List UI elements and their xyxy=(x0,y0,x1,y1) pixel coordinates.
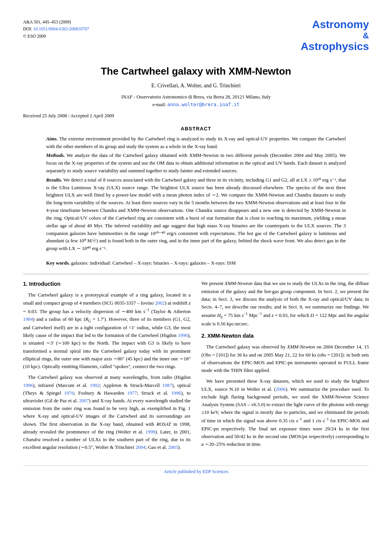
ref-taylor[interactable]: 1984 xyxy=(23,317,33,322)
logo-ampersand: & xyxy=(363,31,369,40)
ref-gildepaz[interactable]: 2007 xyxy=(79,398,89,403)
logo-astronomy: Astronomy xyxy=(301,18,369,31)
ref-higdon1996b[interactable]: 1996 xyxy=(23,383,33,388)
divider xyxy=(23,274,369,274)
ref-appleton[interactable]: 1987 xyxy=(162,383,172,388)
title-section: The Cartwheel galaxy with XMM-Newton E. … xyxy=(23,65,369,108)
section1-para1: The Cartwheel galaxy is a prototypical e… xyxy=(23,291,191,370)
two-col-layout: 1. Introduction The Cartwheel galaxy is … xyxy=(23,280,369,454)
section2-intro: We present XMM-Newton data that we use t… xyxy=(201,280,369,328)
received-date: Received 25 July 2008 / Accepted 2 April… xyxy=(23,113,369,119)
methods-text: We analyze the data of the Cartwheel gal… xyxy=(46,153,346,173)
affiliation: INAF - Osservatorio Astronomico di Brera… xyxy=(23,94,369,100)
section2-para2: We have presented these X-ray datasets, … xyxy=(201,377,369,448)
results-label: Results. xyxy=(46,177,62,183)
doi-label: DOI: xyxy=(23,27,32,31)
ref-wolter1999[interactable]: 1999 xyxy=(145,429,155,435)
email-line: e-mail: anna.wolter@brera.inaf.it xyxy=(23,102,369,108)
ref-wolter2006[interactable]: 2006 xyxy=(276,387,286,392)
journal-ref: A&A 501, 445–453 (2009) xyxy=(23,18,89,25)
header-left: A&A 501, 445–453 (2009) DOI: 10.1051/000… xyxy=(23,18,89,40)
ref-gao[interactable]: 2003 xyxy=(168,445,178,450)
left-column: 1. Introduction The Cartwheel galaxy is … xyxy=(23,280,191,454)
header: A&A 501, 445–453 (2009) DOI: 10.1051/000… xyxy=(23,18,369,53)
section1-title: 1. Introduction xyxy=(23,280,191,288)
footer: Article published by EDP Sciences xyxy=(23,465,369,475)
ref-marcum[interactable]: 1992 xyxy=(90,383,100,388)
keywords-text: galaxies: individual: Cartwheel – X-rays… xyxy=(71,260,236,266)
authors: E. Crivellari, A. Wolter, and G. Trinchi… xyxy=(23,83,369,89)
doi-link[interactable]: 10.1051/0004-6361/200810707 xyxy=(33,27,89,31)
abstract-title: ABSTRACT xyxy=(46,126,346,132)
journal-logo: Astronomy & Astrophysics xyxy=(301,18,369,53)
logo-astrophysics: Astrophysics xyxy=(301,40,369,53)
section2-para1: The Cartwheel galaxy was observed by XMM… xyxy=(201,343,369,374)
aims-text: The extreme environment provided by the … xyxy=(46,136,346,149)
ref-iovino[interactable]: 2002 xyxy=(155,300,165,306)
abstract-aims: Aims. The extreme environment provided b… xyxy=(46,135,346,151)
aims-label: Aims. xyxy=(46,136,58,142)
page: A&A 501, 445–453 (2009) DOI: 10.1051/000… xyxy=(0,0,392,555)
ref-theys[interactable]: 1976 xyxy=(64,390,74,396)
abstract-methods: Methods. We analyze the data of the Cart… xyxy=(46,152,346,175)
email[interactable]: anna.wolter@brera.inaf.it xyxy=(167,102,239,107)
abstract-section: ABSTRACT Aims. The extreme environment p… xyxy=(46,126,346,253)
section2-title: 2. XMM-Newton data xyxy=(201,332,369,340)
copyright: © ESO 2009 xyxy=(23,33,89,40)
ref-wolter2004[interactable]: 2004 xyxy=(136,445,146,450)
abstract-results: Results. We detect a total of 8 sources … xyxy=(46,177,346,253)
keywords-label: Key words. xyxy=(46,260,70,266)
main-title: The Cartwheel galaxy with XMM-Newton xyxy=(23,65,369,77)
doi-line: DOI: 10.1051/0004-6361/200810707 xyxy=(23,25,89,32)
footer-text: Article published by EDP Sciences xyxy=(164,469,228,474)
section1-para2: The Cartwheel galaxy was observed at man… xyxy=(23,373,191,451)
keywords: Key words. galaxies: individual: Cartwhe… xyxy=(46,260,346,267)
methods-label: Methods. xyxy=(46,153,65,158)
results-text: We detect a total of 8 sources associate… xyxy=(46,177,346,251)
ref-higdon1996[interactable]: 1996 xyxy=(178,333,188,338)
right-column: We present XMM-Newton data that we use t… xyxy=(201,280,369,454)
ref-fosbury[interactable]: 1977 xyxy=(127,390,137,396)
abstract-text: Aims. The extreme environment provided b… xyxy=(46,135,346,253)
ref-struck[interactable]: 1996 xyxy=(171,390,181,396)
